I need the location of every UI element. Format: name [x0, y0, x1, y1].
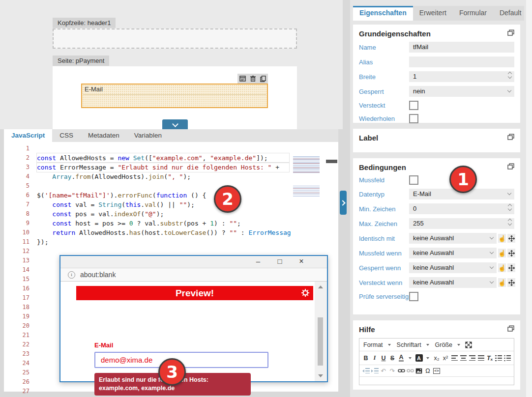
gear-icon[interactable] — [301, 289, 309, 297]
address-bar[interactable]: i about:blank — [60, 268, 327, 282]
chevron-down-icon — [490, 265, 493, 268]
detach-card-icon[interactable] — [507, 325, 514, 332]
strikethrough-icon[interactable]: S — [388, 353, 396, 363]
address-text[interactable]: about:blank — [80, 271, 116, 279]
header-zone-label[interactable]: Kopfzeile: header1 — [53, 18, 116, 28]
code-tab-css[interactable]: CSS — [52, 129, 81, 142]
subscript-icon[interactable]: x₂ — [433, 353, 441, 363]
window-titlebar[interactable]: – □ × — [60, 256, 327, 268]
checkbox[interactable] — [409, 175, 418, 185]
checkbox[interactable] — [409, 114, 418, 123]
move-crosshair-icon[interactable] — [507, 263, 515, 272]
hand-pointer-icon[interactable]: ☝ — [498, 234, 506, 243]
close-button[interactable]: × — [296, 257, 306, 266]
select-field[interactable]: nein — [409, 86, 514, 97]
align-justify-icon[interactable] — [477, 353, 485, 363]
move-crosshair-icon[interactable] — [507, 278, 515, 287]
detach-card-icon[interactable] — [507, 163, 514, 170]
link-icon[interactable] — [397, 366, 405, 375]
tab-erweitert[interactable]: Erweitert — [413, 6, 453, 21]
preview-scrollbar[interactable] — [315, 282, 327, 381]
delete-icon[interactable] — [250, 76, 256, 82]
code-line[interactable]: const val = String(this.val() || ""); — [37, 200, 289, 209]
tab-eigenschaften[interactable]: Eigenschaften — [353, 6, 413, 21]
info-icon[interactable]: i — [68, 271, 75, 279]
code-line[interactable]: const pos = val.indexOf("@"); — [37, 209, 289, 219]
checkbox[interactable] — [409, 292, 418, 301]
code-line[interactable]: $('[name="tfMail"]').errorFunc(function … — [37, 191, 289, 200]
spinner-icon[interactable] — [508, 219, 511, 225]
size-dropdown[interactable]: Größe — [433, 341, 462, 348]
input-field[interactable]: tfMail — [409, 42, 514, 53]
code-line[interactable] — [37, 144, 289, 153]
input-field[interactable]: 255 — [409, 218, 514, 229]
italic-icon[interactable]: I — [371, 353, 379, 363]
select-field[interactable]: keine Auswahl — [409, 233, 497, 244]
bold-icon[interactable]: B — [362, 353, 370, 363]
tab-default[interactable]: Default — [493, 6, 528, 21]
scrollbar-thumb[interactable] — [318, 317, 323, 366]
code-tab-variablen[interactable]: Variablen — [127, 129, 169, 142]
scroll-down-icon[interactable] — [318, 374, 323, 377]
underline-icon[interactable]: U — [380, 353, 387, 363]
undo-icon[interactable]: ↶ — [380, 366, 387, 375]
email-field-element[interactable]: E-Mail — [81, 84, 268, 108]
code-line[interactable]: const AllowedHosts = new Set(["example.c… — [37, 153, 289, 163]
select-field[interactable]: keine Auswahl — [409, 262, 497, 273]
align-left-icon[interactable] — [450, 353, 458, 363]
code-tab-metadaten[interactable]: Metadaten — [81, 129, 127, 142]
richtext-content[interactable] — [359, 377, 514, 387]
select-field[interactable]: keine Auswahl — [409, 248, 497, 258]
header-dropzone[interactable] — [53, 28, 297, 49]
redo-icon[interactable]: ↷ — [388, 366, 396, 375]
input-field[interactable] — [409, 57, 514, 67]
code-line[interactable]: return AllowedHosts.has(host.toLowerCase… — [37, 228, 289, 237]
indent-icon[interactable] — [371, 366, 379, 375]
unordered-list-icon[interactable] — [503, 353, 511, 363]
page-zone-label[interactable]: Seite: pPayment — [53, 56, 109, 66]
detach-card-icon[interactable] — [507, 29, 514, 36]
panel-scroll-gutter[interactable] — [526, 0, 532, 397]
page-canvas[interactable]: E-Mail — [53, 66, 297, 129]
ordered-list-icon[interactable] — [495, 353, 502, 363]
scrollbar-thumb[interactable] — [326, 160, 337, 163]
properties-icon[interactable] — [239, 76, 246, 82]
input-field[interactable]: 1 — [409, 71, 514, 82]
panel-expand-handle[interactable] — [340, 191, 347, 215]
image-icon[interactable] — [415, 366, 423, 375]
spinner-icon[interactable] — [508, 72, 511, 78]
hand-pointer-icon[interactable]: ☝ — [498, 278, 506, 287]
maximize-icon[interactable] — [465, 340, 473, 349]
outdent-icon[interactable] — [362, 366, 370, 375]
scroll-up-icon[interactable] — [318, 285, 323, 288]
code-line[interactable]: const ErrorMessage = "Erlaubt sind nur d… — [37, 163, 289, 172]
maximize-button[interactable]: □ — [275, 257, 285, 265]
properties-tabbar: EigenschaftenErweitertFormularDefault — [353, 6, 524, 21]
format-dropdown[interactable]: Format — [361, 341, 393, 348]
align-right-icon[interactable] — [468, 353, 476, 363]
code-line[interactable]: const host = pos >= 0 ? val.substr(pos +… — [37, 219, 289, 228]
code-tab-javascript[interactable]: JavaScript — [4, 129, 52, 142]
detach-card-icon[interactable] — [507, 134, 514, 140]
tab-formular[interactable]: Formular — [453, 6, 493, 21]
select-field[interactable]: keine Auswahl — [409, 277, 497, 288]
unlink-icon[interactable] — [406, 366, 414, 375]
minimize-button[interactable]: – — [253, 257, 263, 265]
move-crosshair-icon[interactable] — [507, 234, 515, 243]
hand-pointer-icon[interactable]: ☝ — [498, 249, 506, 257]
hand-pointer-icon[interactable]: ☝ — [498, 263, 506, 272]
move-crosshair-icon[interactable] — [507, 249, 515, 257]
input-field[interactable]: 0 — [409, 203, 514, 214]
font-dropdown[interactable]: Schriftart — [395, 341, 431, 348]
special-char-icon[interactable]: Ω — [424, 366, 432, 375]
property-row: Versteckt wennkeine Auswahl☝ — [359, 277, 514, 288]
code-line[interactable]: Array.from(AllowedHosts).join(", "); — [37, 172, 289, 181]
checkbox[interactable] — [409, 101, 418, 110]
code-line[interactable]: }); — [37, 237, 289, 247]
superscript-icon[interactable]: x² — [442, 353, 449, 363]
code-line[interactable] — [37, 181, 289, 191]
spinner-icon[interactable] — [508, 204, 511, 210]
preview-email-value: demo@xima.de — [101, 356, 152, 364]
align-center-icon[interactable] — [459, 353, 467, 363]
copy-icon[interactable] — [260, 76, 266, 82]
